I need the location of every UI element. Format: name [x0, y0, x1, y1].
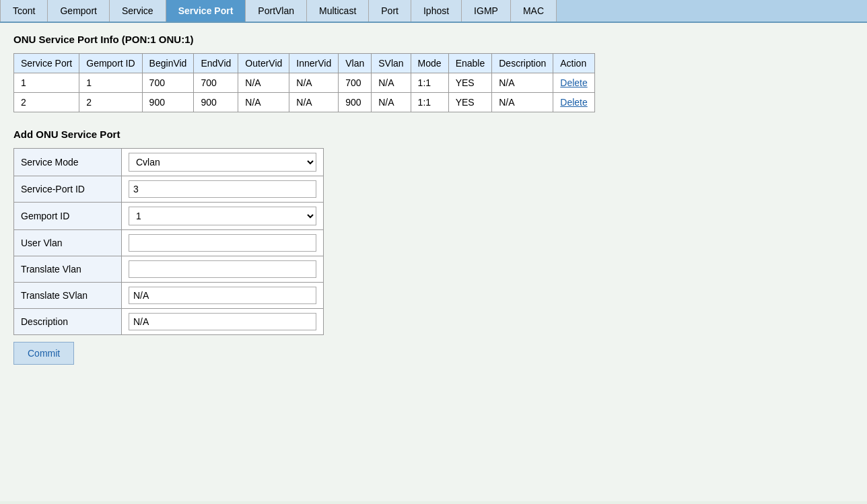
- form-input-1[interactable]: [129, 180, 316, 198]
- main-content: ONU Service Port Info (PON:1 ONU:1) Serv…: [0, 23, 867, 501]
- cell-r1-c1: 2: [79, 93, 142, 112]
- form-row-0: Service ModeCvlanSvlanTransparent: [14, 149, 324, 176]
- tab-portvlan[interactable]: PortVlan: [246, 0, 307, 22]
- form-input-cell-6: [122, 309, 324, 335]
- form-label-1: Service-Port ID: [14, 176, 122, 203]
- cell-r1-c8: 1:1: [411, 93, 448, 112]
- cell-r1-c5: N/A: [289, 93, 339, 112]
- cell-r1-c4: N/A: [238, 93, 289, 112]
- cell-r0-c4: N/A: [238, 73, 289, 93]
- form-input-5[interactable]: [129, 287, 316, 304]
- col-header-innervid: InnerVid: [289, 54, 339, 73]
- form-input-cell-1: [122, 176, 324, 203]
- form-row-5: Translate SVlan: [14, 283, 324, 309]
- delete-link-row-0[interactable]: Delete: [553, 73, 594, 93]
- cell-r0-c7: N/A: [372, 73, 411, 93]
- col-header-mode: Mode: [411, 54, 448, 73]
- tab-bar: TcontGemportServiceService PortPortVlanM…: [0, 0, 867, 23]
- commit-button[interactable]: Commit: [13, 342, 74, 365]
- delete-link-row-1[interactable]: Delete: [553, 93, 594, 112]
- cell-r1-c3: 900: [194, 93, 238, 112]
- cell-r0-c6: 700: [339, 73, 372, 93]
- form-input-cell-5: [122, 283, 324, 309]
- form-row-6: Description: [14, 309, 324, 335]
- tab-iphost[interactable]: Iphost: [411, 0, 462, 22]
- col-header-svlan: SVlan: [372, 54, 411, 73]
- cell-r1-c9: YES: [448, 93, 492, 112]
- add-section-title: Add ONU Service Port: [13, 129, 854, 140]
- form-label-6: Description: [14, 309, 122, 335]
- col-header-service-port: Service Port: [14, 54, 79, 73]
- cell-r0-c5: N/A: [289, 73, 339, 93]
- tab-multicast[interactable]: Multicast: [307, 0, 369, 22]
- cell-r0-c10: N/A: [492, 73, 553, 93]
- cell-r1-c10: N/A: [492, 93, 553, 112]
- col-header-gemport-id: Gemport ID: [79, 54, 142, 73]
- form-row-2: Gemport ID123: [14, 203, 324, 230]
- form-label-3: User Vlan: [14, 230, 122, 256]
- cell-r0-c9: YES: [448, 73, 492, 93]
- form-row-3: User Vlan: [14, 230, 324, 256]
- cell-r1-c7: N/A: [372, 93, 411, 112]
- form-row-4: Translate Vlan: [14, 256, 324, 283]
- col-header-vlan: Vlan: [339, 54, 372, 73]
- col-header-beginvid: BeginVid: [142, 54, 194, 73]
- col-header-outervid: OuterVid: [238, 54, 289, 73]
- form-input-6[interactable]: [129, 313, 316, 330]
- form-input-cell-0: CvlanSvlanTransparent: [122, 149, 324, 176]
- form-row-1: Service-Port ID: [14, 176, 324, 203]
- form-label-4: Translate Vlan: [14, 256, 122, 283]
- tab-mac[interactable]: MAC: [511, 0, 557, 22]
- cell-r0-c2: 700: [142, 73, 194, 93]
- tab-gemport[interactable]: Gemport: [48, 0, 109, 22]
- col-header-enable: Enable: [448, 54, 492, 73]
- form-input-3[interactable]: [129, 234, 316, 252]
- cell-r1-c6: 900: [339, 93, 372, 112]
- cell-r1-c2: 900: [142, 93, 194, 112]
- add-form-table: Service ModeCvlanSvlanTransparentService…: [13, 148, 324, 335]
- col-header-description: Description: [492, 54, 553, 73]
- cell-r0-c0: 1: [14, 73, 79, 93]
- form-input-cell-4: [122, 256, 324, 283]
- col-header-endvid: EndVid: [194, 54, 238, 73]
- cell-r0-c3: 700: [194, 73, 238, 93]
- table-row: 22900900N/AN/A900N/A1:1YESN/ADelete: [14, 93, 595, 112]
- tab-service-port[interactable]: Service Port: [166, 0, 246, 22]
- tab-tcont[interactable]: Tcont: [0, 0, 48, 22]
- form-label-2: Gemport ID: [14, 203, 122, 230]
- cell-r0-c8: 1:1: [411, 73, 448, 93]
- col-header-action: Action: [553, 54, 594, 73]
- form-input-cell-3: [122, 230, 324, 256]
- form-select-0[interactable]: CvlanSvlanTransparent: [129, 153, 316, 172]
- cell-r1-c0: 2: [14, 93, 79, 112]
- table-row: 11700700N/AN/A700N/A1:1YESN/ADelete: [14, 73, 595, 93]
- cell-r0-c1: 1: [79, 73, 142, 93]
- tab-igmp[interactable]: IGMP: [462, 0, 511, 22]
- service-port-table: Service PortGemport IDBeginVidEndVidOute…: [13, 53, 595, 112]
- form-select-2[interactable]: 123: [129, 207, 316, 225]
- form-input-cell-2: 123: [122, 203, 324, 230]
- form-label-0: Service Mode: [14, 149, 122, 176]
- form-label-5: Translate SVlan: [14, 283, 122, 309]
- form-input-4[interactable]: [129, 260, 316, 278]
- info-section-title: ONU Service Port Info (PON:1 ONU:1): [13, 34, 854, 45]
- tab-service[interactable]: Service: [110, 0, 166, 22]
- tab-port[interactable]: Port: [369, 0, 411, 22]
